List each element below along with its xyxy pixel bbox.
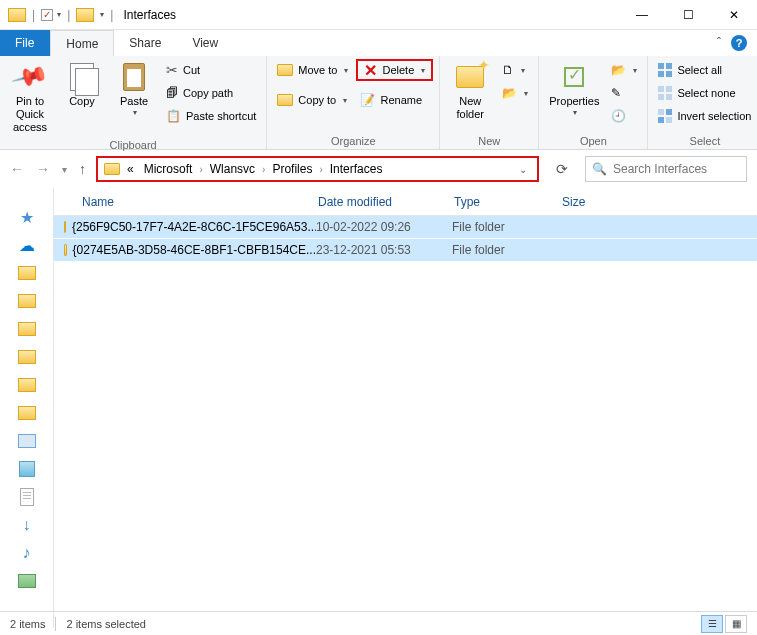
tab-share[interactable]: Share [114,30,177,56]
pin-to-quick-access-button[interactable]: 📌 Pin to Quick access [6,59,54,137]
item-count: 2 items [10,618,45,630]
status-bar: 2 items 2 items selected ☰ ▦ [0,611,757,635]
select-all-button[interactable]: Select all [654,59,755,81]
new-item-button[interactable]: 🗋▾ [498,59,532,81]
address-dropdown-icon[interactable]: ⌄ [519,164,531,175]
this-pc-icon[interactable] [18,434,36,448]
select-all-icon [658,63,672,77]
paste-shortcut-button[interactable]: 📋Paste shortcut [162,105,260,127]
invert-selection-button[interactable]: Invert selection [654,105,755,127]
breadcrumb[interactable]: Interfaces [327,162,386,176]
column-size[interactable]: Size [562,195,642,209]
title-dropdown-icon[interactable]: ▾ [100,10,104,19]
search-icon: 🔍 [592,162,607,176]
paste-icon [123,63,145,91]
ribbon-collapse-icon[interactable]: ˆ [717,36,721,50]
pictures-icon[interactable] [18,574,36,588]
address-folder-icon [104,163,120,175]
help-icon[interactable]: ? [731,35,747,51]
breadcrumb[interactable]: Microsoft [141,162,196,176]
qat-dropdown-icon[interactable]: ▾ [57,10,61,19]
folder-icon[interactable] [18,266,36,280]
group-organize: Move to▾ Copy to▾ ✕Delete▾ 📝Rename Organ… [267,56,440,149]
window-title: Interfaces [123,8,176,22]
copy-path-button[interactable]: 🗐Copy path [162,82,260,104]
folder-icon[interactable] [18,350,36,364]
properties-button[interactable]: Properties ▾ [545,59,603,120]
content-area: ★ ☁ ↓ ♪ Name Date modified Type Size {25… [0,188,757,628]
downloads-icon[interactable]: ↓ [17,516,37,534]
search-placeholder: Search Interfaces [613,162,707,176]
move-to-button[interactable]: Move to▾ [273,59,352,81]
copy-button[interactable]: Copy [58,59,106,110]
copy-to-button[interactable]: Copy to▾ [273,89,352,111]
folder-icon [64,244,67,256]
column-headers[interactable]: Name Date modified Type Size [54,188,757,216]
folder-icon[interactable] [18,406,36,420]
column-name[interactable]: Name [82,195,318,209]
minimize-button[interactable]: — [619,0,665,30]
folder-icon[interactable] [18,378,36,392]
close-button[interactable]: ✕ [711,0,757,30]
column-date[interactable]: Date modified [318,195,454,209]
quick-access-icon[interactable]: ★ [17,208,37,226]
column-type[interactable]: Type [454,195,562,209]
cut-icon: ✂ [166,62,178,78]
search-input[interactable]: 🔍 Search Interfaces [585,156,747,182]
maximize-button[interactable]: ☐ [665,0,711,30]
delete-icon: ✕ [364,61,377,80]
breadcrumb-prefix: « [124,162,137,176]
easy-access-icon: 📂 [502,86,517,100]
delete-button[interactable]: ✕Delete▾ [356,59,433,81]
edit-icon: ✎ [611,86,621,100]
disk-icon[interactable] [19,461,35,477]
back-button[interactable]: ← [10,161,24,177]
folder-icon[interactable] [18,294,36,308]
pin-icon: 📌 [10,57,50,97]
ribbon-tabs: File Home Share View ˆ ? [0,30,757,56]
group-select: Select all Select none Invert selection … [648,56,757,149]
history-button[interactable]: 🕘 [607,105,641,127]
qat-checkbox-icon[interactable]: ✓ [41,9,53,21]
cut-button[interactable]: ✂Cut [162,59,260,81]
paste-button[interactable]: Paste ▾ [110,59,158,120]
new-folder-button[interactable]: ✦ New folder [446,59,494,123]
new-item-icon: 🗋 [502,63,514,77]
selection-count: 2 items selected [66,618,145,630]
copy-icon [70,63,94,91]
up-button[interactable]: ↑ [79,161,86,177]
app-folder-icon [8,8,26,22]
easy-access-button[interactable]: 📂▾ [498,82,532,104]
edit-button[interactable]: ✎ [607,82,641,104]
onedrive-icon[interactable]: ☁ [17,236,37,254]
window-folder-icon [76,8,94,22]
breadcrumb[interactable]: Wlansvc [207,162,258,176]
select-none-button[interactable]: Select none [654,82,755,104]
rename-icon: 📝 [360,93,375,107]
document-icon[interactable] [20,488,34,506]
thumbnails-view-button[interactable]: ▦ [725,615,747,633]
music-icon[interactable]: ♪ [17,544,37,562]
open-button[interactable]: 📂▾ [607,59,641,81]
breadcrumb[interactable]: Profiles [269,162,315,176]
forward-button[interactable]: → [36,161,50,177]
group-new: ✦ New folder 🗋▾ 📂▾ New [440,56,539,149]
select-none-icon [658,86,672,100]
tab-file[interactable]: File [0,30,50,56]
navigation-pane[interactable]: ★ ☁ ↓ ♪ [0,188,54,628]
tab-home[interactable]: Home [50,30,114,56]
recent-locations-button[interactable]: ▾ [62,164,67,175]
address-bar[interactable]: « Microsoft› Wlansvc› Profiles› Interfac… [96,156,539,182]
folder-icon[interactable] [18,322,36,336]
file-list: Name Date modified Type Size {256F9C50-1… [54,188,757,628]
tab-view[interactable]: View [177,30,234,56]
refresh-button[interactable]: ⟳ [549,161,575,177]
quick-access-toolbar[interactable]: ✓ ▾ [41,9,61,21]
table-row[interactable]: {0274E5AB-3D58-46CE-8BF1-CBFB154CE... 23… [54,239,757,261]
rename-button[interactable]: 📝Rename [356,89,433,111]
details-view-button[interactable]: ☰ [701,615,723,633]
copy-path-icon: 🗐 [166,86,178,100]
open-icon: 📂 [611,63,626,77]
table-row[interactable]: {256F9C50-17F7-4A2E-8C6C-1F5CE96A53... 1… [54,216,757,238]
navigation-row: ← → ▾ ↑ « Microsoft› Wlansvc› Profiles› … [0,150,757,188]
